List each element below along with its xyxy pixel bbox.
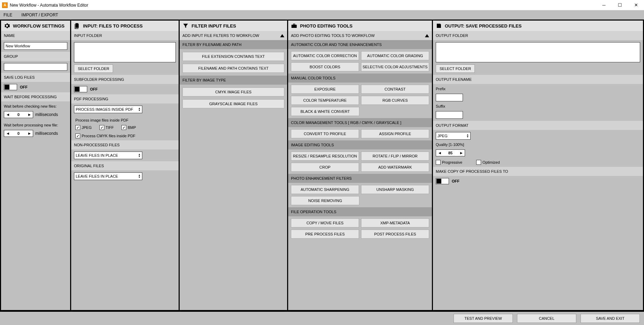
- menubar: FILE IMPORT / EXPORT: [0, 10, 644, 20]
- titlebar: A New Workflow - Automata Workflow Edito…: [0, 0, 644, 10]
- menu-import-export[interactable]: IMPORT / EXPORT: [21, 13, 58, 17]
- app-icon: A: [2, 2, 8, 8]
- maximize-button[interactable]: ☐: [612, 0, 628, 10]
- close-button[interactable]: ✕: [628, 0, 644, 10]
- window-title: New Workflow - Automata Workflow Editor: [10, 3, 596, 8]
- minimize-button[interactable]: ─: [596, 0, 612, 10]
- menu-file[interactable]: FILE: [3, 13, 12, 17]
